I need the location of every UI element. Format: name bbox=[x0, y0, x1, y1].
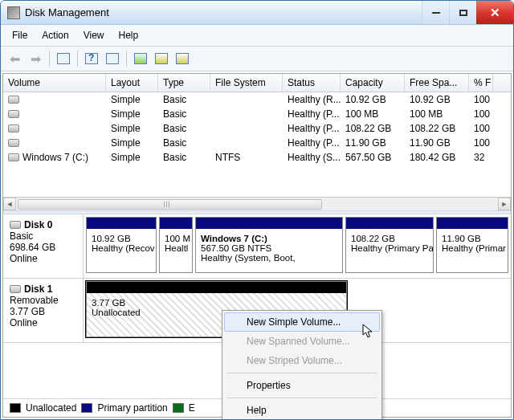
volume-list-header[interactable]: Volume Layout Type File System Status Ca… bbox=[3, 74, 511, 92]
partition-status: Healthy (Primary Pa bbox=[351, 243, 428, 253]
legend-unallocated-icon bbox=[10, 403, 21, 413]
drive-icon bbox=[8, 96, 19, 104]
cell: 10.92 GB bbox=[405, 93, 469, 106]
cell: Healthy (P... bbox=[283, 137, 341, 149]
disk-type: Removable bbox=[10, 295, 76, 306]
cell: Healthy (P... bbox=[283, 122, 341, 135]
cell: Simple bbox=[106, 108, 158, 120]
partition-size: 3.77 GB bbox=[92, 298, 341, 308]
disk-row: Disk 0 Basic 698.64 GB Online 10.92 GB H… bbox=[3, 214, 511, 279]
cell: Basic bbox=[158, 108, 210, 120]
partition-bar bbox=[346, 218, 433, 229]
window-buttons: ✕ bbox=[422, 1, 513, 24]
close-button[interactable]: ✕ bbox=[476, 1, 513, 24]
title-bar[interactable]: Disk Management ✕ bbox=[1, 1, 513, 25]
window-title: Disk Management bbox=[25, 6, 109, 18]
toolbar: ⬅ ➡ bbox=[1, 47, 513, 71]
ctx-help[interactable]: Help bbox=[224, 401, 380, 420]
partition-size: 108.22 GB bbox=[351, 234, 428, 243]
minimize-button[interactable] bbox=[422, 1, 449, 24]
toolbar-sep bbox=[77, 51, 78, 67]
cell: 11.90 GB bbox=[405, 137, 469, 149]
toolbar-icon-2[interactable] bbox=[104, 50, 121, 67]
scroll-left-button[interactable]: ◄ bbox=[3, 198, 16, 210]
drive-icon bbox=[8, 139, 19, 147]
partition-bar bbox=[87, 282, 346, 293]
cell: Simple bbox=[106, 151, 158, 164]
col-layout[interactable]: Layout bbox=[106, 74, 158, 92]
volume-row[interactable]: Simple Basic Healthy (P... 108.22 GB 108… bbox=[3, 121, 511, 136]
col-filesystem[interactable]: File System bbox=[210, 74, 283, 92]
toolbar-icon-1[interactable] bbox=[55, 50, 72, 67]
toolbar-sep bbox=[49, 51, 50, 67]
cell bbox=[210, 108, 283, 120]
drive-icon bbox=[8, 153, 19, 161]
disk-info[interactable]: Disk 1 Removable 3.77 GB Online bbox=[3, 279, 84, 342]
col-percent[interactable]: % F bbox=[469, 74, 493, 92]
cell: 108.22 GB bbox=[341, 122, 405, 135]
toolbar-icon-4[interactable] bbox=[173, 50, 191, 67]
col-capacity[interactable]: Capacity bbox=[341, 74, 405, 92]
ctx-separator bbox=[227, 398, 377, 398]
toolbar-icon-3[interactable] bbox=[153, 50, 170, 67]
cell: 567.50 GB bbox=[341, 151, 405, 164]
forward-button[interactable]: ➡ bbox=[27, 50, 44, 67]
col-type[interactable]: Type bbox=[158, 74, 210, 92]
menu-help[interactable]: Help bbox=[112, 28, 145, 43]
cell: Basic bbox=[158, 151, 210, 164]
drive-icon bbox=[8, 110, 19, 118]
partition-size: 10.92 GB bbox=[92, 234, 151, 243]
cell: 100 bbox=[469, 122, 493, 135]
disk-name: Disk 0 bbox=[24, 219, 52, 230]
volume-row[interactable]: Windows 7 (C:) Simple Basic NTFS Healthy… bbox=[3, 150, 511, 165]
cell bbox=[210, 93, 283, 106]
cell: Simple bbox=[106, 122, 158, 135]
disk-info[interactable]: Disk 0 Basic 698.64 GB Online bbox=[3, 214, 84, 278]
volume-row[interactable]: Simple Basic Healthy (R... 10.92 GB 10.9… bbox=[3, 92, 511, 107]
cell: Healthy (R... bbox=[283, 93, 341, 106]
cell: Simple bbox=[106, 93, 158, 106]
ctx-properties[interactable]: Properties bbox=[224, 376, 380, 395]
scroll-thumb[interactable] bbox=[18, 199, 322, 210]
partition[interactable]: 10.92 GB Healthy (Recov bbox=[86, 217, 157, 273]
disk-type: Basic bbox=[10, 230, 76, 242]
legend-unallocated-label: Unallocated bbox=[26, 402, 76, 414]
ctx-new-spanned-volume: New Spanned Volume... bbox=[224, 332, 380, 351]
cell: 100 bbox=[469, 137, 493, 149]
menu-view[interactable]: View bbox=[77, 28, 111, 43]
cell bbox=[210, 122, 283, 135]
menu-action[interactable]: Action bbox=[35, 28, 75, 43]
volume-list[interactable]: Simple Basic Healthy (R... 10.92 GB 10.9… bbox=[3, 92, 511, 197]
maximize-button[interactable] bbox=[449, 1, 476, 24]
legend-extended-icon bbox=[173, 403, 184, 413]
cell: 32 bbox=[469, 151, 493, 164]
cell: 100 MB bbox=[341, 108, 405, 120]
ctx-new-simple-volume[interactable]: New Simple Volume... bbox=[224, 312, 380, 332]
volume-row[interactable]: Simple Basic Healthy (P... 100 MB 100 MB… bbox=[3, 107, 511, 121]
back-button[interactable]: ⬅ bbox=[6, 50, 23, 67]
partition-status: Healthy (Primar bbox=[442, 243, 503, 253]
scroll-right-button[interactable]: ► bbox=[498, 198, 511, 210]
refresh-icon[interactable] bbox=[132, 50, 149, 67]
col-freespace[interactable]: Free Spa... bbox=[405, 74, 469, 92]
partition[interactable]: 100 M Healtl bbox=[159, 217, 193, 273]
legend-primary-label: Primary partition bbox=[97, 402, 167, 414]
partition-title: Windows 7 (C:) bbox=[201, 234, 337, 243]
cell: 180.42 GB bbox=[405, 151, 469, 164]
help-icon[interactable] bbox=[83, 50, 100, 67]
partition[interactable]: Windows 7 (C:) 567.50 GB NTFS Healthy (S… bbox=[195, 217, 343, 273]
col-status[interactable]: Status bbox=[283, 74, 341, 92]
disk-state: Online bbox=[10, 253, 76, 264]
volume-row[interactable]: Simple Basic Healthy (P... 11.90 GB 11.9… bbox=[3, 136, 511, 150]
partition-size: 567.50 GB NTFS bbox=[201, 243, 337, 253]
partition[interactable]: 11.90 GB Healthy (Primar bbox=[436, 217, 508, 273]
col-volume[interactable]: Volume bbox=[3, 74, 106, 92]
disk-partitions: 10.92 GB Healthy (Recov 100 M Healtl bbox=[84, 214, 511, 278]
horizontal-scrollbar[interactable]: ◄ ► bbox=[3, 197, 511, 210]
partition[interactable]: 108.22 GB Healthy (Primary Pa bbox=[345, 217, 434, 273]
partition-status: Healtl bbox=[165, 243, 187, 253]
partition-bar bbox=[437, 218, 508, 229]
partition-bar bbox=[160, 218, 192, 229]
menu-file[interactable]: File bbox=[6, 28, 34, 43]
ctx-new-striped-volume: New Striped Volume... bbox=[224, 351, 380, 370]
